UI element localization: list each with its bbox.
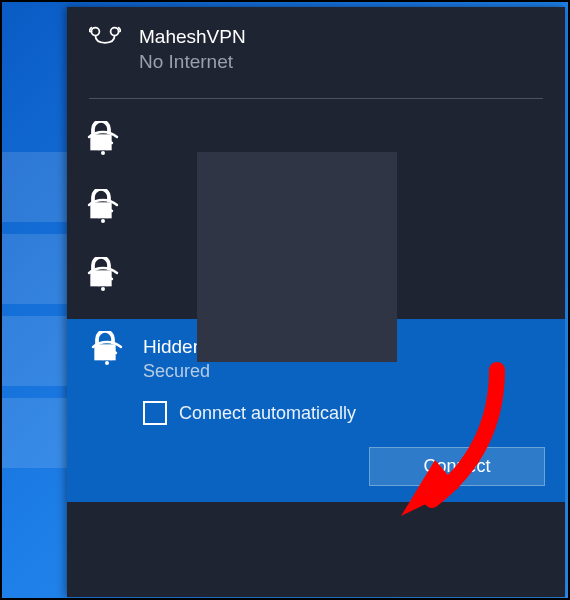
vpn-text: MaheshVPN No Internet bbox=[139, 25, 246, 74]
panel-bottom-spacer bbox=[67, 502, 565, 597]
wifi-secure-icon bbox=[85, 193, 121, 233]
vpn-icon bbox=[89, 25, 121, 55]
selected-network-status: Secured bbox=[143, 360, 278, 383]
network-flyout-panel: MaheshVPN No Internet bbox=[67, 7, 565, 597]
wifi-secure-icon bbox=[85, 125, 121, 165]
vpn-connection-row[interactable]: MaheshVPN No Internet bbox=[67, 7, 565, 92]
desktop-windows-logo bbox=[0, 152, 72, 502]
connect-automatically-checkbox[interactable] bbox=[143, 401, 167, 425]
redacted-overlay bbox=[197, 152, 397, 362]
connect-button[interactable]: Connect bbox=[369, 447, 545, 486]
vpn-name: MaheshVPN bbox=[139, 25, 246, 50]
wifi-secure-icon bbox=[85, 261, 121, 301]
wifi-secure-icon bbox=[89, 335, 125, 375]
svg-rect-2 bbox=[90, 135, 111, 151]
divider bbox=[89, 98, 543, 99]
connect-automatically-label: Connect automatically bbox=[179, 403, 356, 424]
svg-rect-6 bbox=[90, 271, 111, 287]
svg-rect-8 bbox=[94, 345, 115, 361]
svg-rect-4 bbox=[90, 203, 111, 219]
vpn-status: No Internet bbox=[139, 50, 246, 75]
svg-point-0 bbox=[91, 28, 99, 36]
connect-automatically-row[interactable]: Connect automatically bbox=[143, 401, 545, 425]
svg-point-1 bbox=[111, 28, 119, 36]
